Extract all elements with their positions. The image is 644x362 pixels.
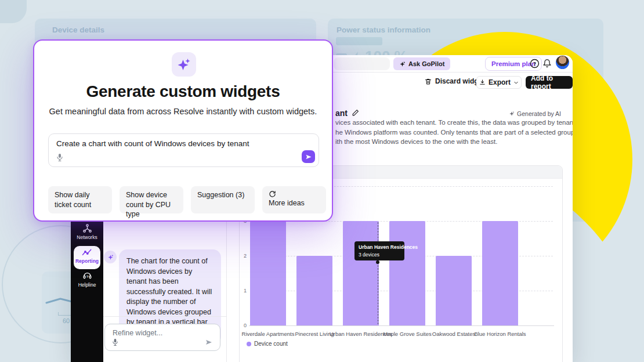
ask-gopilot-button[interactable]: Ask GoPilot: [393, 57, 450, 70]
generated-by-ai-label: Generated by AI: [517, 110, 561, 117]
network-icon: [71, 223, 103, 233]
suggestion-chip-daily-ticket[interactable]: Show daily ticket count: [48, 186, 112, 213]
modal-subtitle: Get meaningful data from across Resolve …: [34, 107, 332, 116]
export-label: Export: [489, 78, 511, 86]
microphone-icon[interactable]: [112, 338, 118, 346]
modal-title: Generate custom widgets: [34, 82, 332, 101]
x-axis-label: Blue Horizon Rentals: [468, 331, 532, 337]
send-button[interactable]: [302, 150, 315, 163]
bar-riverdale-apartments[interactable]: [250, 221, 286, 325]
sidebar-item-label: Reporting: [74, 258, 100, 264]
download-icon: [479, 79, 486, 86]
refine-widget-placeholder: Refine widget...: [113, 329, 162, 337]
help-button[interactable]: ?: [529, 58, 540, 68]
suggestion-chips: Show daily ticket count Show device coun…: [48, 186, 326, 213]
bar-pinecrest-living[interactable]: [296, 256, 332, 325]
bar-maple-grove-suites[interactable]: [389, 221, 425, 325]
widget-title: ant: [335, 108, 348, 118]
notifications-bell-button[interactable]: [542, 58, 552, 68]
trash-icon: [425, 78, 432, 85]
legend-label: Device count: [254, 341, 288, 347]
tooltip-guide-line: [378, 222, 378, 324]
refine-widget-input[interactable]: Refine widget...: [104, 324, 220, 351]
y-axis-tick: 1: [240, 288, 247, 294]
generated-by-ai-badge: Generated by AI: [509, 110, 561, 117]
add-to-report-button[interactable]: Add to report: [526, 76, 573, 89]
ask-gopilot-label: Ask GoPilot: [408, 60, 444, 67]
sparkles-icon: [172, 52, 196, 77]
sidebar-item-networks[interactable]: Networks: [71, 223, 103, 240]
tooltip-guide-dot: [376, 260, 379, 264]
generate-widgets-modal: Generate custom widgets Get meaningful d…: [33, 39, 333, 222]
bar-urban-haven-residences[interactable]: [343, 221, 379, 325]
refresh-icon: [269, 190, 320, 198]
background-corner-decoration: [0, 0, 27, 23]
more-ideas-label: More ideas: [269, 199, 305, 207]
export-button[interactable]: Export: [476, 76, 522, 89]
bar-oakwood-estates[interactable]: [436, 256, 472, 325]
device-details-title: Device details: [52, 26, 104, 34]
power-progress-bar: [336, 37, 382, 45]
prompt-input-value: Create a chart with count of Windows dev…: [56, 139, 249, 148]
widget-description-line: vices associated with each tenant. To cr…: [335, 119, 573, 126]
widget-description-line: ith the most Windows devices to the one …: [335, 138, 497, 145]
y-axis-tick: 0: [240, 323, 247, 328]
tooltip-value: 3 devices: [359, 252, 400, 258]
legend-dot: [247, 342, 251, 346]
add-to-report-label: Add to report: [531, 74, 567, 91]
x-axis-line: [249, 325, 554, 326]
prompt-input[interactable]: Create a chart with count of Windows dev…: [48, 133, 319, 167]
chart-legend: Device count: [247, 341, 288, 347]
sparkle-icon: [509, 111, 515, 117]
y-axis-tick: 2: [240, 253, 247, 259]
suggestion-chip-device-count[interactable]: Show device count by CPU type: [120, 186, 183, 213]
send-icon[interactable]: [205, 339, 213, 346]
power-status-title: Power status information: [337, 26, 430, 34]
chevron-down-icon: [513, 80, 519, 85]
sidebar-item-reporting[interactable]: Reporting: [74, 246, 100, 269]
search-bar[interactable]: [334, 57, 390, 70]
bar-blue-horizon-rentals[interactable]: [482, 221, 518, 325]
gopilot-avatar: [104, 251, 117, 263]
user-avatar[interactable]: [556, 56, 569, 69]
sidebar-item-label: Helpline: [71, 282, 103, 288]
sidebar-item-label: Networks: [71, 234, 103, 240]
widget-description-line: he Windows platform was counted. Only te…: [335, 129, 573, 136]
microphone-icon[interactable]: [56, 153, 63, 162]
sparkle-icon: [399, 61, 406, 67]
svg-text:?: ?: [86, 275, 88, 278]
line-chart-icon: [74, 248, 100, 257]
edit-pencil-icon[interactable]: [352, 109, 359, 117]
svg-text:?: ?: [533, 60, 536, 66]
discard-widget-button[interactable]: Discard widget: [425, 77, 484, 85]
tooltip-title: Urban Haven Residences: [359, 244, 400, 250]
chat-divider: [103, 316, 226, 317]
suggestion-chip-suggestion-3[interactable]: Suggestion (3): [191, 186, 255, 213]
headset-icon: ?: [71, 271, 103, 281]
more-ideas-chip[interactable]: More ideas: [262, 186, 326, 213]
chart-tooltip: Urban Haven Residences 3 devices: [354, 241, 404, 260]
sidebar-item-helpline[interactable]: ? Helpline: [71, 271, 103, 288]
